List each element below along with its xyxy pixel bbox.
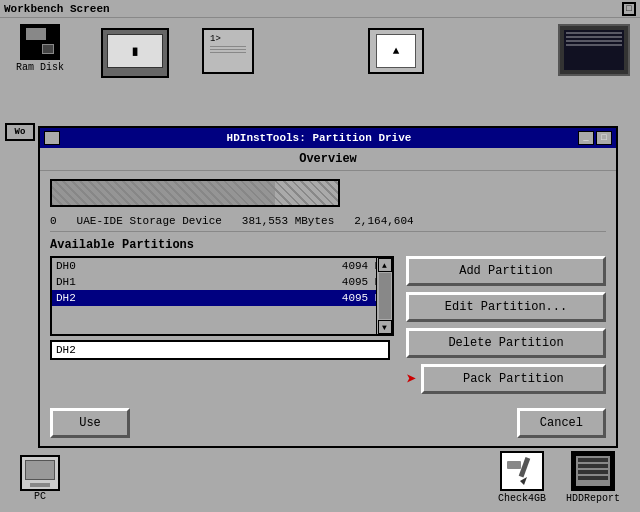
doc-icon-item[interactable]: 1> [200, 28, 256, 74]
partitions-scrollbar[interactable]: ▲ ▼ [376, 258, 392, 334]
partition-name-input[interactable] [50, 340, 390, 360]
partition-dh0[interactable]: DH0 4094 MB [52, 258, 392, 274]
pc-icon[interactable]: PC [20, 455, 60, 502]
doc-image: 1> [202, 28, 254, 74]
overview-label: Overview [299, 152, 357, 166]
edit-partition-button[interactable]: Edit Partition... [406, 292, 606, 322]
workbench-title: Workbench Screen [4, 3, 110, 15]
desktop-icons-row: Ram Disk ▐▌ 1> [0, 18, 640, 84]
drive-number: 0 [50, 215, 57, 227]
partition-dh1[interactable]: DH1 4095 MB [52, 274, 392, 290]
check4gb-svg [502, 453, 542, 489]
add-partition-button[interactable]: Add Partition [406, 256, 606, 286]
partition-dh1-name: DH1 [56, 276, 96, 288]
doc-lines: 1> [204, 30, 252, 59]
hddreport-label: HDDReport [566, 493, 620, 504]
scroll-thumb[interactable] [379, 273, 391, 319]
ram-disk-label: Ram Disk [16, 62, 64, 73]
alert-inner: ▲ [376, 34, 416, 68]
drive-name: UAE-IDE Storage Device [77, 215, 222, 227]
pc-screen-area [25, 460, 55, 480]
overview-header: Overview [40, 148, 616, 171]
check4gb-label: Check4GB [498, 493, 546, 504]
workbench-side-icon: Wo [5, 123, 35, 141]
dialog-controls: _ □ [578, 131, 612, 145]
check4gb-image [500, 451, 544, 491]
monitor-screen: ▐▌ [107, 34, 163, 68]
dialog-titlebar: HDInstTools: Partition Drive _ □ [40, 128, 616, 148]
partitions-label: Available Partitions [50, 238, 394, 252]
dialog-title: HDInstTools: Partition Drive [227, 132, 412, 144]
partition-dh2-name: DH2 [56, 292, 96, 304]
tv-content [564, 30, 624, 48]
alert-image: ▲ [368, 28, 424, 74]
desktop: Ram Disk ▐▌ 1> [0, 18, 640, 512]
workbench-titlebar: Workbench Screen □ [0, 0, 640, 18]
tv-line1 [566, 32, 622, 34]
pc-body [30, 483, 50, 487]
drive-info-row: 0 UAE-IDE Storage Device 381,553 MBytes … [40, 211, 616, 231]
ram-disk-icon[interactable]: Ram Disk [10, 24, 70, 73]
doc-line3 [210, 52, 246, 53]
pc-image [20, 455, 60, 491]
monitor-image: ▐▌ [101, 28, 169, 78]
hdd-row4 [578, 476, 608, 480]
monitor-content: ▐▌ [130, 47, 140, 56]
hddreport-image [571, 451, 615, 491]
doc-arrow-text: 1> [210, 34, 246, 44]
alert-icon-item[interactable]: ▲ [366, 28, 426, 74]
partition-dh0-name: DH0 [56, 260, 96, 272]
svg-rect-2 [507, 461, 521, 469]
hdd-row2 [578, 464, 608, 468]
scroll-up-arrow[interactable]: ▲ [378, 258, 392, 272]
partitions-right: Add Partition Edit Partition... Delete P… [406, 238, 606, 394]
tv-screen [564, 30, 624, 70]
monitor-display: ▐▌ [108, 35, 162, 67]
hdd-row3 [578, 470, 608, 474]
tv-icon[interactable] [558, 24, 630, 76]
pack-row: ➤ Pack Partition [406, 364, 606, 394]
bottom-buttons: Use Cancel [40, 400, 616, 446]
partitions-list: DH0 4094 MB DH1 4095 MB DH2 4095 MB ▲ [50, 256, 394, 336]
doc-line1 [210, 46, 246, 47]
drive-cylinders: 2,164,604 [354, 215, 413, 227]
tv-line4 [566, 44, 622, 46]
bottom-icons-group: Check4GB HDDReport [498, 451, 620, 504]
partitions-left: Available Partitions DH0 4094 MB DH1 409… [50, 238, 394, 394]
cancel-button[interactable]: Cancel [517, 408, 606, 438]
drive-size: 381,553 MBytes [242, 215, 334, 227]
monitor-icon-item[interactable]: ▐▌ [100, 28, 170, 78]
svg-marker-1 [520, 477, 527, 485]
partitions-section: Available Partitions DH0 4094 MB DH1 409… [40, 232, 616, 400]
alert-symbol: ▲ [393, 45, 400, 57]
doc-line2 [210, 49, 246, 50]
drive-vis-area [40, 171, 616, 211]
floppy-shape [22, 26, 58, 58]
dialog-close-button[interactable]: □ [596, 131, 612, 145]
pack-partition-button[interactable]: Pack Partition [421, 364, 606, 394]
tv-line2 [566, 36, 622, 38]
tv-line3 [566, 40, 622, 42]
drive-used-bar [52, 181, 275, 205]
drive-bar [50, 179, 340, 207]
pc-label: PC [34, 491, 46, 502]
dialog-drag-handle[interactable] [44, 131, 60, 145]
hddreport-icon[interactable]: HDDReport [566, 451, 620, 504]
hdinst-dialog: HDInstTools: Partition Drive _ □ Overvie… [38, 126, 618, 448]
scroll-down-arrow[interactable]: ▼ [378, 320, 392, 334]
hdd-inner-shape [576, 456, 610, 486]
hdd-row1 [578, 458, 608, 462]
workbench-close-button[interactable]: □ [622, 2, 636, 16]
delete-partition-button[interactable]: Delete Partition [406, 328, 606, 358]
partition-dh2[interactable]: DH2 4095 MB [52, 290, 392, 306]
wb-label: Wo [5, 123, 35, 141]
ram-disk-image [20, 24, 60, 60]
dialog-minimize-button[interactable]: _ [578, 131, 594, 145]
arrow-indicator: ➤ [406, 368, 417, 390]
check4gb-icon[interactable]: Check4GB [498, 451, 546, 504]
use-button[interactable]: Use [50, 408, 130, 438]
